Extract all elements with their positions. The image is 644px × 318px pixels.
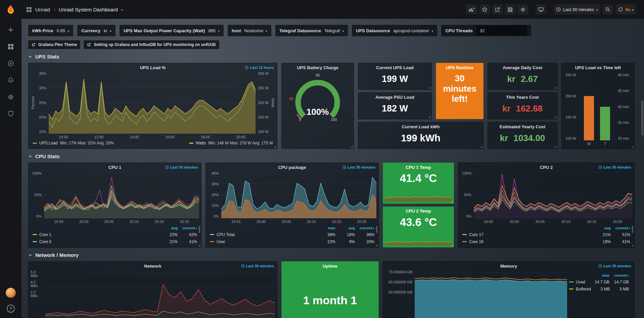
memory-chart[interactable]: [415, 270, 567, 318]
panel-title[interactable]: UPS Battery Charge: [282, 63, 354, 72]
time-range-badge[interactable]: Last 30 minutes: [598, 264, 631, 268]
panel-resize-handle[interactable]: [480, 116, 482, 118]
panel-title[interactable]: CPU 2 Temp: [383, 207, 454, 216]
panel-resize-handle[interactable]: [428, 86, 431, 89]
time-range-badge[interactable]: Last 30 minutes: [165, 165, 198, 169]
panel-resize-handle[interactable]: [351, 145, 353, 148]
legend-header[interactable]: avgcurrent: [462, 225, 630, 231]
save-button[interactable]: [505, 4, 515, 14]
legend-row-core-16[interactable]: Core 1619%41%: [462, 238, 630, 245]
refresh-button[interactable]: 5s: [615, 4, 636, 14]
add-panel-button[interactable]: [466, 4, 477, 14]
legend-row-user[interactable]: User22%9%20%: [210, 238, 374, 245]
panel-resize-handle[interactable]: [480, 145, 482, 148]
panel-resize-handle[interactable]: [631, 244, 634, 246]
panel-resize-handle[interactable]: [631, 145, 634, 148]
variable-ups-max-output-power-capacity-watt[interactable]: UPS Max Output Power Capacity (Watt)865: [120, 25, 224, 36]
dashboard-link-setting-up-grafana-and-influxdb-[interactable]: Setting up Grafana and InfluxDB for UPS …: [84, 40, 219, 49]
breadcrumb-dashboard-title[interactable]: Unraid System Dashboard: [59, 7, 118, 12]
avatar[interactable]: [6, 288, 16, 298]
variable-value[interactable]: apcupsd-container: [393, 28, 433, 33]
variable-ups-datasource[interactable]: UPS Datasourceapcupsd-container: [352, 25, 437, 36]
panel-resize-handle[interactable]: [554, 116, 556, 118]
panel-title[interactable]: Uptime: [282, 262, 378, 270]
cpu2-chart[interactable]: [474, 172, 632, 218]
time-range-button[interactable]: Last 30 minutes: [554, 4, 600, 14]
scrollbar-thumb[interactable]: [641, 101, 643, 136]
zoom-out-button[interactable]: [603, 4, 613, 14]
time-range-badge[interactable]: Last 30 minutes: [241, 264, 274, 268]
variable-value[interactable]: kr: [104, 28, 111, 33]
sidebar-item-alerting[interactable]: [7, 77, 14, 84]
panel-resize-handle[interactable]: [451, 244, 453, 246]
refresh-interval-dropdown[interactable]: 5s: [626, 7, 634, 12]
star-button[interactable]: [479, 4, 490, 14]
time-range-badge[interactable]: Last 30 minutes: [598, 165, 631, 169]
legend-row-buffered[interactable]: Buffered3 MB3 MB: [569, 285, 629, 292]
battery-gauge[interactable]: 50 0 100 20 100%: [282, 73, 354, 148]
legend-row-cpu-total[interactable]: CPU Total38%18%36%: [210, 231, 374, 238]
panel-title[interactable]: CPU 1 Temp: [383, 163, 454, 172]
legend-row-core-5[interactable]: Core 521%41%: [33, 238, 197, 245]
variable-value[interactable]: 0.65: [57, 28, 69, 33]
section-ups-stats[interactable]: UPS Stats: [28, 54, 635, 59]
panel-title[interactable]: UPS Load vs Time left: [562, 63, 634, 72]
share-button[interactable]: [492, 4, 503, 14]
panel-title[interactable]: Network: [29, 262, 277, 270]
legend-row-core-1[interactable]: Core 122%42%: [33, 231, 197, 238]
cycle-view-button[interactable]: [536, 4, 546, 14]
legend-item-ups-load[interactable]: UPS LoadMin: 17% Max: 32% Avg: 20%: [33, 141, 114, 145]
sidebar-item-create[interactable]: [7, 26, 14, 34]
time-range-badge[interactable]: Last 30 minutes: [342, 165, 375, 169]
sidebar-item-explore[interactable]: [7, 60, 14, 67]
dashboard-link-grafana-plex-theme[interactable]: Grafana Plex Theme: [28, 40, 80, 49]
panel-resize-handle[interactable]: [198, 244, 200, 246]
grafana-logo[interactable]: [0, 0, 21, 19]
variable-kwh-price[interactable]: kWh Price0.65: [28, 25, 73, 36]
breadcrumb-app[interactable]: Unraid: [35, 7, 50, 12]
legend-item-watts[interactable]: WattsMin: 148 W Max: 278 W Avg: 175 W: [189, 141, 273, 145]
help-icon[interactable]: [7, 305, 15, 313]
legend-header[interactable]: maxcurrent: [569, 272, 629, 278]
variable-value[interactable]: Nostromo: [244, 28, 267, 33]
chart-legend: avgcurrentCore 122%42%Core 521%41%: [31, 224, 199, 245]
link-label: Setting up Grafana and InfluxDB for UPS …: [94, 42, 216, 47]
legend-scrollbar[interactable]: [376, 226, 377, 233]
ups-bars-chart[interactable]: [579, 73, 615, 140]
sidebar-item-dashboards[interactable]: [7, 43, 14, 50]
variable-input-cpu-threads[interactable]: [476, 26, 527, 36]
variable-value[interactable]: Telegraf: [324, 28, 344, 33]
panel-title[interactable]: UPS Runtime: [436, 63, 483, 72]
variable-host[interactable]: hostNostromo: [228, 25, 271, 36]
variable-currency[interactable]: Currencykr: [77, 25, 116, 36]
dashboard-settings-button[interactable]: [518, 4, 528, 14]
panel-resize-handle[interactable]: [274, 145, 276, 148]
cpu1-chart[interactable]: [44, 172, 199, 218]
panel-title[interactable]: Memory: [383, 262, 634, 270]
panel-resize-handle[interactable]: [554, 86, 556, 89]
panel-title[interactable]: UPS Load %: [29, 63, 277, 72]
cpu-package-chart[interactable]: [221, 172, 376, 218]
legend-scrollbar[interactable]: [199, 226, 200, 233]
panel-resize-handle[interactable]: [554, 145, 556, 148]
network-chart[interactable]: [45, 270, 275, 318]
legend-row-core-17[interactable]: Core 1721%51%: [462, 231, 630, 238]
sidebar-item-server-admin[interactable]: [7, 110, 14, 118]
chevron-down-icon[interactable]: [121, 6, 123, 12]
section-network-memory[interactable]: Network / Memory: [28, 252, 635, 258]
section-cpu-stats[interactable]: CPU Stats: [28, 153, 635, 159]
sidebar-item-configuration[interactable]: [7, 93, 14, 101]
legend-scrollbar[interactable]: [632, 226, 633, 233]
time-range-badge[interactable]: Last 12 hours: [245, 65, 274, 70]
variable-cpu-threads[interactable]: CPU Threads: [441, 25, 531, 36]
panel-resize-handle[interactable]: [451, 200, 453, 203]
panel-resize-handle[interactable]: [428, 116, 431, 118]
axis-tick: 10:00: [59, 135, 68, 139]
variable-telegraf-datasource[interactable]: Telegraf DatasourceTelegraf: [275, 25, 348, 36]
ups-load-chart[interactable]: [49, 72, 256, 134]
legend-header[interactable]: avgcurrent: [33, 225, 197, 231]
legend-row-used[interactable]: Used14.7 GB14.7 GB: [569, 278, 629, 285]
variable-value[interactable]: 865: [208, 28, 220, 33]
legend-header[interactable]: maxavgcurrent: [210, 225, 374, 231]
panel-resize-handle[interactable]: [375, 244, 378, 246]
